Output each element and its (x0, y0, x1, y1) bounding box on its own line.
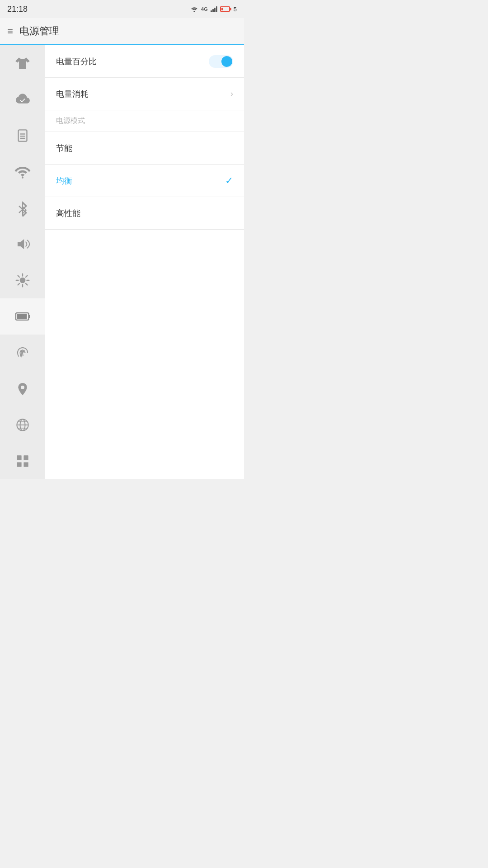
language-icon (14, 416, 31, 434)
brightness-icon (14, 272, 31, 289)
sidebar-item-sim[interactable] (0, 118, 45, 154)
bluetooth-icon (14, 199, 31, 217)
battery-percent-label: 电量百分比 (56, 56, 97, 67)
sidebar-item-wifi[interactable] (0, 154, 45, 190)
main-layout: 电量百分比 电量消耗 › 电源模式 节能 均衡 ✓ 高性能 (0, 45, 244, 479)
svg-rect-35 (17, 462, 21, 467)
svg-point-25 (22, 352, 23, 353)
power-mode-label: 电源模式 (56, 116, 85, 126)
svg-rect-23 (28, 315, 30, 318)
battery-usage-item[interactable]: 电量消耗 › (45, 78, 244, 110)
sound-icon (14, 236, 31, 253)
svg-point-0 (194, 11, 195, 12)
performance-label: 高性能 (56, 208, 80, 219)
network-type-icon: 4G (201, 6, 208, 12)
power-save-label: 节能 (56, 143, 72, 154)
wifi-sidebar-icon (14, 163, 31, 180)
power-save-item[interactable]: 节能 (45, 132, 244, 165)
status-bar: 21:18 4G 5 (0, 0, 244, 18)
sidebar-item-language[interactable] (0, 407, 45, 443)
svg-rect-33 (17, 455, 21, 460)
svg-line-19 (26, 283, 27, 285)
sidebar (0, 45, 45, 479)
svg-line-20 (26, 276, 27, 277)
status-icons: 4G 5 (190, 6, 237, 13)
performance-item[interactable]: 高性能 (45, 197, 244, 230)
sidebar-item-fingerprint[interactable] (0, 335, 45, 371)
location-icon (14, 380, 31, 397)
checkmark-icon: ✓ (225, 175, 233, 187)
battery-status-icon (220, 6, 230, 12)
svg-rect-36 (23, 462, 28, 467)
content-area: 电量百分比 电量消耗 › 电源模式 节能 均衡 ✓ 高性能 (45, 45, 244, 479)
page-title: 电源管理 (19, 24, 59, 38)
sidebar-item-display[interactable] (0, 262, 45, 298)
app-bar: ≡ 电源管理 (0, 18, 244, 45)
battery-sidebar-icon (14, 308, 31, 325)
menu-button[interactable]: ≡ (7, 25, 13, 37)
sidebar-item-bluetooth[interactable] (0, 190, 45, 226)
sidebar-item-apps[interactable] (0, 443, 45, 479)
status-time: 21:18 (7, 5, 28, 14)
apps-icon (14, 453, 31, 470)
sim-icon (14, 127, 31, 144)
sidebar-item-battery[interactable] (0, 298, 45, 335)
sidebar-item-location[interactable] (0, 371, 45, 407)
svg-line-21 (18, 283, 19, 285)
chevron-right-icon: › (230, 89, 233, 99)
svg-line-18 (18, 276, 19, 277)
sidebar-item-themes[interactable] (0, 45, 45, 81)
sidebar-item-cloud[interactable] (0, 81, 45, 118)
svg-point-13 (20, 278, 26, 283)
battery-level: 5 (234, 6, 237, 13)
svg-rect-34 (23, 455, 28, 460)
svg-marker-12 (18, 239, 24, 249)
svg-rect-2 (20, 133, 25, 134)
battery-percent-toggle[interactable] (209, 55, 233, 68)
shirt-icon (14, 55, 31, 72)
svg-line-10 (19, 209, 23, 212)
svg-rect-3 (20, 136, 25, 137)
sidebar-item-sound[interactable] (0, 226, 45, 262)
balanced-item[interactable]: 均衡 ✓ (45, 165, 244, 197)
battery-percent-item[interactable]: 电量百分比 (45, 45, 244, 78)
svg-point-5 (22, 177, 23, 179)
fingerprint-icon (14, 344, 31, 361)
svg-rect-24 (17, 314, 27, 319)
wifi-status-icon (190, 6, 198, 12)
battery-usage-label: 电量消耗 (56, 89, 89, 99)
cloud-icon (14, 91, 31, 108)
svg-point-27 (21, 386, 24, 389)
toggle-knob (221, 56, 232, 67)
svg-line-9 (19, 206, 23, 209)
signal-bars-icon (211, 6, 217, 12)
svg-rect-4 (20, 138, 25, 139)
balanced-label: 均衡 (56, 175, 72, 186)
power-mode-section: 电源模式 (45, 110, 244, 132)
